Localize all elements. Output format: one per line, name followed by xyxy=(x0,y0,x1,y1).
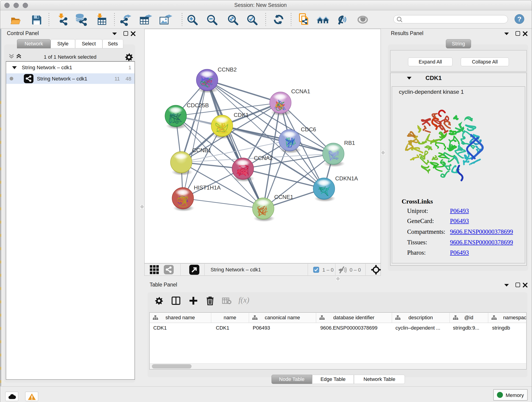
svg-text:CCNB2: CCNB2 xyxy=(218,66,237,73)
svg-text:CCNA1: CCNA1 xyxy=(291,88,310,95)
svg-text:CCNE1: CCNE1 xyxy=(274,194,293,200)
svg-text:CCNB1: CCNB1 xyxy=(192,147,211,153)
svg-text:CDKN1A: CDKN1A xyxy=(335,175,358,182)
svg-text:RB1: RB1 xyxy=(344,140,355,146)
svg-text:CDC25B: CDC25B xyxy=(187,102,209,108)
svg-text:HIST1H1A: HIST1H1A xyxy=(194,185,221,191)
svg-text:CDC6: CDC6 xyxy=(301,126,316,133)
svg-text:CDK1: CDK1 xyxy=(234,112,249,118)
svg-text:CCNA2: CCNA2 xyxy=(254,155,273,161)
